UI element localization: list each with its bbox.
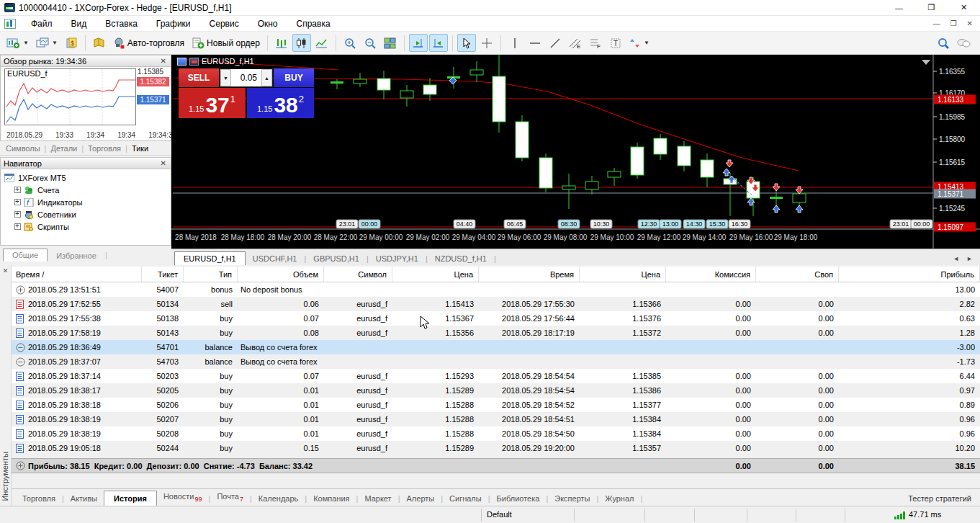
toolbox-tab-Маркет[interactable]: Маркет bbox=[358, 491, 397, 506]
navigator-tab-Общие[interactable]: Общие bbox=[3, 249, 48, 262]
buy-price-display[interactable]: 1.15 38 2 bbox=[247, 88, 314, 118]
vertical-line-button[interactable] bbox=[505, 34, 524, 52]
table-row[interactable]: 2018.05.29 17:58:1950143buy0.08eurusd_f1… bbox=[12, 326, 980, 340]
table-row[interactable]: 2018.05.29 18:38:1750205buy0.01eurusd_f1… bbox=[12, 383, 980, 398]
history-column-5[interactable]: Цена bbox=[392, 267, 479, 282]
menu-item-Файл[interactable]: Файл bbox=[22, 17, 62, 30]
history-column-2[interactable]: Тип bbox=[184, 267, 238, 282]
symbol-search-button[interactable] bbox=[934, 34, 953, 52]
close-icon[interactable]: ✕ bbox=[159, 159, 168, 167]
community-chat-button[interactable] bbox=[954, 34, 974, 52]
chart-shift-button[interactable] bbox=[429, 34, 448, 52]
market-watch-tab-Детали[interactable]: Детали bbox=[50, 144, 77, 153]
toolbox-tab-История[interactable]: История bbox=[104, 491, 157, 506]
history-column-7[interactable]: Цена bbox=[580, 267, 666, 282]
journal-button[interactable] bbox=[90, 34, 109, 52]
table-row[interactable]: 2018.05.29 18:38:1950208buy0.01eurusd_f1… bbox=[12, 426, 980, 441]
table-row[interactable]: 2018.05.29 18:37:1450203buy0.07eurusd_f1… bbox=[12, 369, 980, 383]
table-row[interactable]: 2018.05.29 18:36:4954701balanceВывод со … bbox=[12, 340, 980, 354]
history-column-0[interactable]: Время / bbox=[12, 267, 142, 282]
volume-up-button[interactable]: ▲ bbox=[261, 69, 272, 86]
history-column-1[interactable]: Тикет bbox=[142, 267, 184, 282]
toolbox-tab-Торговля[interactable]: Торговля bbox=[16, 491, 62, 506]
candles-view-button[interactable] bbox=[292, 34, 311, 52]
new-order-button[interactable]: Новый ордер bbox=[189, 34, 263, 52]
channel-button[interactable]: E bbox=[566, 34, 585, 52]
toolbox-tab-Активы[interactable]: Активы bbox=[64, 491, 104, 506]
toolbox-tab-Компания[interactable]: Компания bbox=[307, 491, 356, 506]
strategy-tester-label[interactable]: Тестер стратегий bbox=[908, 494, 971, 506]
toolbox-tab-Календарь[interactable]: Календарь bbox=[252, 491, 305, 506]
zoom-in-button[interactable] bbox=[341, 34, 359, 52]
menu-item-Окно[interactable]: Окно bbox=[248, 17, 287, 30]
table-row[interactable]: 2018.05.29 17:52:5550134sell0.06eurusd_f… bbox=[12, 297, 980, 311]
menu-item-Справка[interactable]: Справка bbox=[287, 17, 340, 30]
navigator-item-Индикаторы[interactable]: fИндикаторы bbox=[1, 196, 171, 208]
tabs-scroll-right-icon[interactable]: ► bbox=[966, 255, 973, 262]
expand-icon[interactable] bbox=[14, 211, 21, 218]
market-watch-tab-Торговля[interactable]: Торговля bbox=[88, 144, 121, 153]
navigator-root[interactable]: 1XForex MT5 bbox=[1, 171, 171, 184]
expand-icon[interactable] bbox=[14, 223, 21, 230]
expand-icon[interactable] bbox=[14, 187, 21, 193]
table-row[interactable]: 2018.05.29 18:38:1950207buy0.01eurusd_f1… bbox=[12, 412, 980, 426]
fibonacci-button[interactable]: F bbox=[586, 34, 605, 52]
close-button[interactable]: ✕ bbox=[948, 0, 980, 15]
navigator-tab-Избранное[interactable]: Избранное bbox=[48, 250, 105, 262]
zoom-out-button[interactable] bbox=[361, 34, 379, 52]
navigator-item-Счета[interactable]: Счета bbox=[1, 184, 171, 196]
volume-input[interactable]: 0.05 bbox=[231, 69, 261, 86]
volume-down-button[interactable]: ▼ bbox=[220, 69, 231, 86]
line-view-button[interactable] bbox=[313, 34, 331, 52]
table-row[interactable]: 2018.05.29 18:37:0754703balanceВывод со … bbox=[12, 354, 980, 369]
chart-tab-NZDUSD_f,H1[interactable]: NZDUSD_f,H1 bbox=[428, 252, 494, 265]
history-column-9[interactable]: Своп bbox=[756, 267, 839, 282]
close-icon[interactable]: ✕ bbox=[0, 267, 11, 274]
history-column-10[interactable]: Прибыль bbox=[839, 267, 980, 282]
chart-tab-USDCHF,H1[interactable]: USDCHF,H1 bbox=[246, 252, 305, 265]
child-restore-icon[interactable]: ❐ bbox=[950, 19, 957, 27]
chart-area[interactable]: 1.163551.161701.159851.158001.156151.152… bbox=[171, 55, 980, 265]
text-button[interactable]: T bbox=[606, 34, 625, 52]
child-close-icon[interactable]: ✕ bbox=[967, 19, 973, 27]
arrows-button[interactable]: ▼ bbox=[626, 34, 652, 52]
auto-scroll-button[interactable] bbox=[409, 34, 428, 52]
toolbox-tab-Эксперты[interactable]: Эксперты bbox=[548, 491, 596, 506]
navigator-item-Скрипты[interactable]: Скрипты bbox=[1, 220, 171, 233]
depth-of-market-icon[interactable] bbox=[177, 58, 186, 66]
trendline-button[interactable] bbox=[546, 34, 565, 52]
tile-windows-button[interactable] bbox=[381, 34, 400, 52]
history-column-4[interactable]: Символ bbox=[324, 267, 392, 282]
navigator-item-Советники[interactable]: Советники bbox=[1, 208, 171, 220]
horizontal-line-button[interactable] bbox=[526, 34, 544, 52]
chart-tab-EURUSD_f,H1[interactable]: EURUSD_f,H1 bbox=[174, 251, 246, 265]
buy-button[interactable]: BUY bbox=[274, 68, 314, 87]
profiles-button[interactable]: ▼ bbox=[33, 34, 60, 52]
chart-tab-GBPUSD,H1[interactable]: GBPUSD,H1 bbox=[306, 252, 367, 265]
history-column-6[interactable]: Время bbox=[479, 267, 580, 282]
table-row[interactable]: 2018.05.29 13:51:5154007bonusNo deposit … bbox=[12, 282, 980, 297]
minimize-button[interactable]: — bbox=[883, 0, 915, 15]
profile-label[interactable]: Default bbox=[487, 510, 512, 519]
history-column-3[interactable]: Объем bbox=[238, 267, 324, 282]
market-watch-tab-Символы[interactable]: Символы bbox=[6, 144, 40, 153]
chart-tab-USDJPY,H1[interactable]: USDJPY,H1 bbox=[369, 252, 426, 265]
toolbox-tab-Журнал[interactable]: Журнал bbox=[598, 491, 640, 506]
chart-window-icon[interactable] bbox=[4, 19, 16, 29]
history-column-8[interactable]: Комиссия bbox=[666, 267, 756, 282]
market-watch-tab-Тики[interactable]: Тики bbox=[132, 144, 148, 153]
deposit-button[interactable]: $ bbox=[62, 34, 81, 52]
toolbox-tab-Сигналы[interactable]: Сигналы bbox=[443, 491, 488, 506]
toolbox-tab-Почта[interactable]: Почта7 bbox=[210, 489, 250, 506]
crosshair-button[interactable] bbox=[477, 34, 496, 52]
menu-item-Графики[interactable]: Графики bbox=[147, 17, 200, 30]
autotrade-button[interactable]: Авто-торговля bbox=[110, 34, 187, 52]
toolbox-tab-Новости[interactable]: Новости99 bbox=[157, 489, 209, 506]
cursor-button[interactable] bbox=[457, 34, 476, 52]
close-icon[interactable]: ✕ bbox=[159, 57, 168, 65]
new-chart-button[interactable]: ▼ bbox=[4, 34, 32, 52]
bars-view-button[interactable] bbox=[272, 34, 291, 52]
tabs-scroll-left-icon[interactable]: ◄ bbox=[953, 255, 959, 262]
menu-item-Вид[interactable]: Вид bbox=[62, 17, 96, 30]
child-minimize-icon[interactable]: — bbox=[933, 19, 940, 27]
